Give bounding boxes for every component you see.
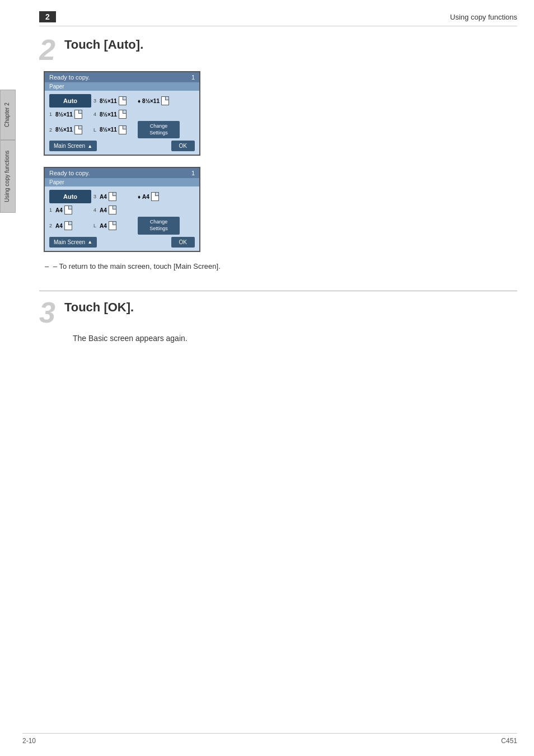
panel2-footer: Main Screen ▲ OK <box>49 237 195 248</box>
panels-container: Ready to copy. 1 Paper Auto 3 8½×11 <box>44 71 517 258</box>
p2-slot4-cell: 4 A4 <box>93 206 135 214</box>
paper-icon-2 <box>74 125 82 134</box>
panel1-row3: 2 8½×11 L 8½×11 ChangeSettings <box>49 121 195 138</box>
step2-note: – – To return to the main screen, touch … <box>39 262 517 270</box>
footer-model: C451 <box>501 737 517 745</box>
panel1-row1: Auto 3 8½×11 ♦ 8½×11 <box>49 94 195 108</box>
ink-icon-2: ♦ <box>138 194 140 200</box>
footer-page: 2-10 <box>22 737 36 745</box>
p2-slot2-cell: 2 A4 <box>49 221 91 230</box>
change-settings-btn-1[interactable]: ChangeSettings <box>138 121 180 138</box>
paper-icon-4 <box>119 110 127 119</box>
change-settings-btn-2[interactable]: ChangeSettings <box>138 217 180 234</box>
slot4-cell: 4 8½×11 <box>93 110 135 119</box>
chapter-tab: Chapter 2 <box>0 90 16 140</box>
step3-content: 3 Touch [OK]. The Basic screen appears a… <box>39 300 517 343</box>
slot2-cell: 2 8½×11 <box>49 125 91 134</box>
ui-panel-1: Ready to copy. 1 Paper Auto 3 8½×11 <box>44 71 200 156</box>
p2-paper-icon-3 <box>109 192 116 201</box>
page-footer: 2-10 C451 <box>22 733 517 745</box>
panel1-subheader: Paper <box>45 82 199 91</box>
panel2-subheader: Paper <box>45 178 199 186</box>
p2-slot3-cell: 3 A4 <box>93 192 135 201</box>
step2-number: 2 <box>39 38 55 64</box>
ui-panel-2: Ready to copy. 1 Paper Auto 3 A4 <box>44 167 200 251</box>
panel1-status: Ready to copy. <box>49 74 90 81</box>
p2-paper-icon-2 <box>64 221 72 230</box>
panel2-status: Ready to copy. <box>49 170 90 176</box>
step2-header: 2 Touch [Auto]. <box>39 38 517 64</box>
step3-body: The Basic screen appears again. <box>39 334 517 343</box>
p2-paper-icon-1 <box>64 206 72 214</box>
step2-body: Ready to copy. 1 Paper Auto 3 8½×11 <box>39 71 517 279</box>
p2-paper-icon-4 <box>109 206 116 214</box>
auto-button-2[interactable]: Auto <box>49 190 91 203</box>
slot3-cell: 3 8½×11 <box>93 96 135 105</box>
ok-btn-2[interactable]: OK <box>171 237 195 248</box>
step3-title: Touch [OK]. <box>64 300 134 314</box>
header-title: Using copy functions <box>450 13 517 21</box>
step2-content: 2 Touch [Auto]. Ready to copy. 1 Paper <box>39 38 517 279</box>
side-tabs: Chapter 2 Using copy functions <box>0 90 16 213</box>
slot-ink-cell: ♦ 8½×11 <box>138 96 180 105</box>
main-screen-btn-2[interactable]: Main Screen ▲ <box>49 237 97 248</box>
panel2-counter: 1 <box>191 170 195 176</box>
auto-button-1[interactable]: Auto <box>49 94 91 108</box>
p2-slot1-cell: 1 A4 <box>49 206 91 214</box>
panel1-row2: 1 8½×11 4 8½×11 <box>49 110 195 119</box>
slot1-cell: 1 8½×11 <box>49 110 91 119</box>
panel1-counter: 1 <box>191 74 195 81</box>
panel1-body: Auto 3 8½×11 ♦ 8½×11 <box>45 91 199 155</box>
step2-title: Touch [Auto]. <box>64 38 143 52</box>
p2-paper-icon-L <box>109 221 116 230</box>
paper-icon-1 <box>74 110 82 119</box>
p2-slotL-cell: L A4 <box>93 221 135 230</box>
panel2-header: Ready to copy. 1 <box>45 168 199 178</box>
panel2-body: Auto 3 A4 ♦ A4 <box>45 186 199 250</box>
chapter-badge: 2 <box>39 11 56 22</box>
slotL-cell: L 8½×11 <box>93 125 135 134</box>
ok-btn-1[interactable]: OK <box>171 141 195 151</box>
step3-header: 3 Touch [OK]. <box>39 300 517 327</box>
main-screen-btn-1[interactable]: Main Screen ▲ <box>49 141 97 151</box>
p2-slot-ink-cell: ♦ A4 <box>138 192 180 201</box>
main-content: 2 Using copy functions 2 Touch [Auto]. R… <box>22 0 534 756</box>
panel1-header: Ready to copy. 1 <box>45 72 199 82</box>
divider <box>39 291 517 291</box>
paper-icon-L <box>119 125 127 134</box>
page-header: 2 Using copy functions <box>39 11 517 26</box>
paper-icon-ink <box>161 96 169 105</box>
ink-icon-1: ♦ <box>138 98 140 104</box>
panel2-row2: 1 A4 4 A4 <box>49 206 195 214</box>
p2-paper-icon-ink <box>151 192 159 201</box>
panel2-row1: Auto 3 A4 ♦ A4 <box>49 190 195 203</box>
panel2-row3: 2 A4 L A4 ChangeSettings <box>49 217 195 234</box>
using-tab: Using copy functions <box>0 140 16 213</box>
paper-icon-3 <box>119 96 127 105</box>
step3-number: 3 <box>39 300 55 327</box>
panel1-footer: Main Screen ▲ OK <box>49 141 195 151</box>
